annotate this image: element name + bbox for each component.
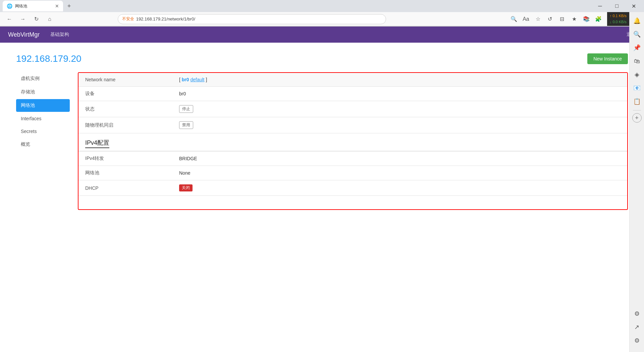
ipv4-forward-label: IPv4转发 [78,151,172,166]
device-value: br0 [172,87,627,101]
sidebar: 虚机实例 存储池 网络池 Interfaces Secrets 概览 [16,72,70,210]
status-value: 停止 [172,101,627,117]
sidebar-add-icon[interactable]: + [632,113,642,123]
sidebar-item-networks[interactable]: 网络池 [16,99,70,112]
layout: 虚机实例 存储池 网络池 Interfaces Secrets 概览 Netwo… [16,72,628,210]
network-name-label: Network name [78,73,172,87]
status-badge: 停止 [179,105,193,113]
spacer-row [78,196,627,209]
network-speed-indicator: ↑ 0.1 KB/s ↓ 0.0 KB/s [607,12,629,26]
tab-close-icon[interactable]: ✕ [55,3,59,9]
zoom-icon[interactable]: 🔍 [508,14,519,25]
network-name-row: Network name [ br0 default ] [78,73,627,87]
ipv4-section-title: IPv4配置 [85,139,109,148]
app-brand: WebVirtMgr [8,31,40,38]
main-content: 192.168.179.20 New Instance 虚机实例 存储池 网络池… [0,43,644,352]
maximize-button[interactable]: □ [609,0,625,12]
sidebar-bookmark-icon[interactable]: 📌 [631,42,643,54]
network-name-main: br0 [182,77,189,82]
favorites-icon[interactable]: ★ [569,14,580,25]
autostart-value: 禁用 [172,117,627,133]
page-title: 192.168.179.20 [16,53,82,64]
back-button[interactable]: ← [4,14,15,25]
device-label: 设备 [78,87,172,101]
tab-title: 网络池 [15,3,52,9]
ipv4-section-row: IPv4配置 [78,133,627,151]
url-text: 192.168.179.21/network/1/br0/ [136,16,195,21]
right-sidebar-divider [633,110,641,111]
right-sidebar: 🔔 🔍 📌 🛍 ◈ 📧 📋 + ⚙ ↗ ⚙ [629,12,644,352]
bookmark-icon[interactable]: ☆ [533,14,543,25]
detail-table: Network name [ br0 default ] 设备 br0 状态 停… [78,73,627,209]
close-button[interactable]: ✕ [626,0,641,12]
security-warning: 不安全 [122,16,134,22]
sidebar-search-icon[interactable]: 🔍 [631,28,643,40]
page-header: 192.168.179.20 New Instance [16,53,628,64]
minimize-button[interactable]: ─ [592,0,608,12]
upload-speed: ↑ 0.1 KB/s [610,13,627,19]
sidebar-bottom-icon3[interactable]: ⚙ [631,335,643,347]
sidebar-bottom-icon2[interactable]: ↗ [631,321,643,333]
sidebar-item-storage[interactable]: 存储池 [16,86,70,98]
home-button[interactable]: ⌂ [44,14,55,25]
refresh-icon[interactable]: ↺ [545,14,555,25]
autostart-badge: 禁用 [179,121,193,129]
ipv4-forward-row: IPv4转发 BRIDGE [78,151,627,166]
tab-favicon: 🌐 [7,3,12,9]
reader-icon[interactable]: Aa [521,14,531,25]
address-input[interactable]: 不安全 192.168.179.21/network/1/br0/ [118,14,386,24]
forward-button[interactable]: → [17,14,28,25]
address-bar-area: ← → ↻ ⌂ 不安全 192.168.179.21/network/1/br0… [0,12,644,26]
network-pool-label: 网络池 [78,166,172,180]
network-pool-row: 网络池 None [78,166,627,180]
network-name-prefix: [ [179,77,182,82]
sidebar-tools-icon[interactable]: 📋 [631,95,643,107]
sidebar-apps-icon[interactable]: ◈ [631,69,643,81]
sidebar-item-secrets[interactable]: Secrets [16,125,70,137]
sidebar-notifications-icon[interactable]: 🔔 [631,15,643,27]
status-label: 状态 [78,101,172,117]
sidebar-item-interfaces[interactable]: Interfaces [16,113,70,125]
status-row: 状态 停止 [78,101,627,117]
device-row: 设备 br0 [78,87,627,101]
new-tab-button[interactable]: + [64,1,74,11]
sidebar-item-vms[interactable]: 虚机实例 [16,72,70,85]
autostart-row: 随物理机同启 禁用 [78,117,627,133]
network-name-suffix: ] [205,77,207,82]
reload-button[interactable]: ↻ [31,14,42,25]
network-pool-value: None [172,166,627,180]
sidebar-bottom-icon1[interactable]: ⚙ [631,308,643,320]
sidebar-shopping-icon[interactable]: 🛍 [631,55,643,67]
network-name-link[interactable]: default [190,77,204,82]
dhcp-row: DHCP 关闭 [78,180,627,196]
app-navbar: WebVirtMgr 基础架构 退出 [0,27,644,43]
autostart-label: 随物理机同启 [78,117,172,133]
browser-tab[interactable]: 🌐 网络池 ✕ [3,1,63,11]
window-controls: ─ □ ✕ [592,0,641,12]
split-view-icon[interactable]: ⊟ [557,14,568,25]
dhcp-badge: 关闭 [179,184,193,191]
sidebar-outlook-icon[interactable]: 📧 [631,82,643,94]
dhcp-value: 关闭 [172,180,627,196]
new-instance-button[interactable]: New Instance [587,53,628,64]
sidebar-item-overview[interactable]: 概览 [16,138,70,151]
download-speed: ↓ 0.0 KB/s [610,19,627,25]
network-name-value: [ br0 default ] [172,73,627,87]
detail-panel: Network name [ br0 default ] 设备 br0 状态 停… [78,72,628,210]
nav-infrastructure[interactable]: 基础架构 [50,32,69,38]
collections-icon[interactable]: 📚 [581,14,592,25]
extensions-icon[interactable]: 🧩 [593,14,604,25]
dhcp-label: DHCP [78,180,172,196]
ipv4-forward-value: BRIDGE [172,151,627,166]
